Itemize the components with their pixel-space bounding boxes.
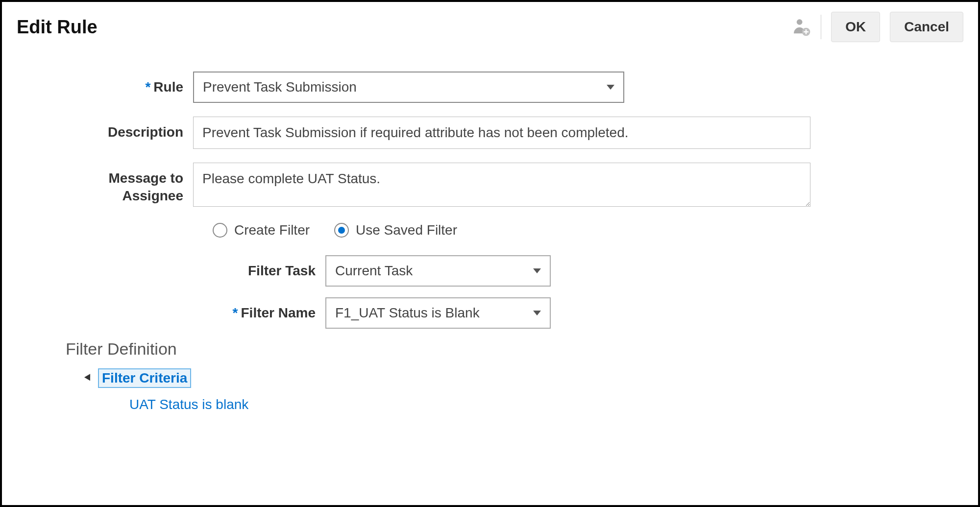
chevron-down-icon	[533, 311, 541, 315]
use-saved-filter-radio[interactable]: Use Saved Filter	[334, 222, 457, 238]
saved-filter-subform: Filter Task Current Task *Filter Name F1…	[66, 255, 963, 329]
page-title: Edit Rule	[17, 17, 98, 38]
rule-row: *Rule Prevent Task Submission	[66, 72, 963, 103]
chevron-down-icon	[607, 85, 614, 90]
header-actions: OK Cancel	[791, 12, 963, 42]
message-row: Message to Assignee	[66, 163, 963, 209]
filter-criteria-item[interactable]: UAT Status is blank	[129, 397, 963, 412]
filter-task-label: Filter Task	[154, 255, 325, 280]
filter-name-value: F1_UAT Status is Blank	[335, 305, 480, 321]
filter-name-row: *Filter Name F1_UAT Status is Blank	[154, 297, 963, 329]
filter-task-value: Current Task	[335, 263, 413, 279]
required-star-icon: *	[233, 305, 238, 320]
use-saved-filter-label: Use Saved Filter	[356, 222, 457, 238]
ok-button[interactable]: OK	[831, 12, 880, 42]
svg-point-0	[797, 19, 803, 25]
filter-name-label-text: Filter Name	[241, 305, 316, 320]
tree-expand-icon[interactable]	[84, 374, 93, 382]
create-filter-radio[interactable]: Create Filter	[213, 222, 310, 238]
required-star-icon: *	[145, 79, 150, 95]
rule-select-value: Prevent Task Submission	[203, 79, 357, 95]
filter-criteria-label[interactable]: Filter Criteria	[98, 368, 191, 388]
chevron-down-icon	[533, 268, 541, 273]
rule-select[interactable]: Prevent Task Submission	[193, 72, 624, 103]
filter-name-label: *Filter Name	[154, 297, 325, 322]
message-label: Message to Assignee	[66, 163, 193, 205]
dialog-header: Edit Rule OK Cancel	[17, 12, 963, 42]
filter-name-select[interactable]: F1_UAT Status is Blank	[325, 297, 551, 329]
filter-criteria-node: Filter Criteria	[85, 368, 963, 388]
radio-icon	[213, 223, 227, 238]
message-textarea[interactable]	[193, 163, 810, 207]
description-input[interactable]	[193, 117, 810, 149]
filter-definition-header: Filter Definition	[66, 339, 963, 359]
description-label: Description	[66, 117, 193, 141]
description-row: Description	[66, 117, 963, 149]
filter-task-select[interactable]: Current Task	[325, 255, 551, 287]
cancel-button[interactable]: Cancel	[890, 12, 963, 42]
person-settings-icon[interactable]	[791, 17, 811, 37]
form-area: *Rule Prevent Task Submission Descriptio…	[17, 72, 963, 329]
filter-criteria-tree: Filter Criteria UAT Status is blank	[85, 368, 963, 412]
rule-label: *Rule	[66, 72, 193, 96]
header-divider	[821, 15, 821, 39]
create-filter-label: Create Filter	[234, 222, 310, 238]
radio-icon-checked	[334, 223, 349, 238]
rule-label-text: Rule	[153, 79, 183, 95]
filter-mode-radios: Create Filter Use Saved Filter	[66, 222, 963, 238]
filter-task-row: Filter Task Current Task	[154, 255, 963, 287]
